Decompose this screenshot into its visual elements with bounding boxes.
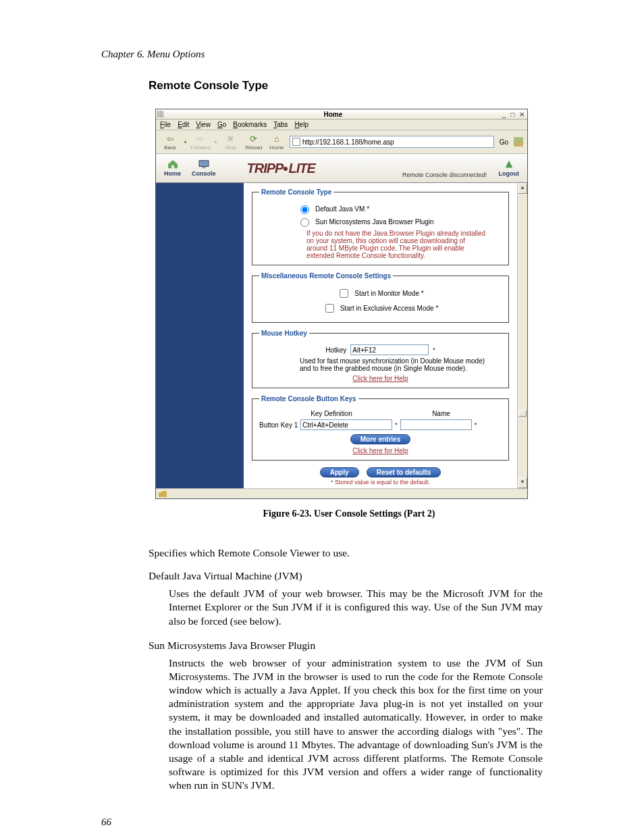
header-console[interactable]: Console [192, 159, 216, 177]
hotkey-desc: Used for fast mouse synchronization (in … [300, 357, 488, 372]
check-monitor-mode-label: Start in Monitor Mode * [354, 290, 423, 297]
plugin-warning: If you do not have the Java Browser Plug… [306, 230, 488, 259]
forward-button: ⇨ Forward [190, 133, 211, 151]
header-logout[interactable]: Logout [499, 159, 520, 177]
monitor-icon [198, 159, 210, 169]
browser-window: Home _ □ ✕ File Edit View Go Bookmarks T… [155, 109, 528, 499]
btnkey1-name-asterisk: * [475, 421, 477, 428]
section-title: Remote Console Type [149, 79, 543, 93]
reload-button[interactable]: ⟳ Reload [244, 133, 264, 151]
folder-icon [159, 490, 167, 497]
radio-default-jvm-label: Default Java VM * [315, 205, 369, 213]
term-default-jvm: Default Java Virtual Machine (JVM) [149, 569, 543, 583]
buttonkeys-help-link[interactable]: Click here for Help [352, 447, 408, 454]
go-button[interactable]: Go [497, 138, 511, 146]
disconnect-status: Remote Console disconnected! [402, 172, 487, 178]
btnkey1-def-input[interactable] [300, 419, 392, 430]
hotkey-help-link[interactable]: Click here for Help [352, 375, 408, 382]
stop-button: ✖ Stop [221, 133, 241, 151]
radio-sun-plugin-label: Sun Microsystems Java Browser Plugin [315, 218, 434, 226]
menu-go[interactable]: Go [217, 121, 226, 128]
scroll-down-icon[interactable]: ▼ [518, 477, 527, 488]
page-number: 66 [101, 816, 543, 828]
svg-rect-1 [202, 167, 205, 168]
btnkey1-asterisk: * [395, 421, 398, 428]
menu-tabs[interactable]: Tabs [273, 121, 288, 128]
content-area: Remote Console Type Default Java VM * Su… [156, 183, 527, 488]
fs-hotkey-legend: Mouse Hotkey [259, 330, 309, 337]
radio-default-jvm[interactable] [300, 205, 309, 214]
btnkey1-name-input[interactable] [400, 419, 472, 430]
header-home[interactable]: Home [164, 159, 181, 177]
throbber-icon [514, 137, 523, 147]
menubar: File Edit View Go Bookmarks Tabs Help [156, 120, 527, 130]
col-name: Name [432, 410, 450, 417]
reload-icon: ⟳ [248, 133, 259, 144]
vertical-scrollbar[interactable]: ▲ ▼ [517, 183, 527, 488]
grip-icon [157, 111, 164, 118]
fwd-dropdown-icon: ▼ [213, 140, 218, 145]
col-keydef: Key Definition [311, 410, 352, 417]
menu-edit[interactable]: Edit [178, 121, 189, 128]
home-icon: ⌂ [271, 133, 282, 144]
hotkey-asterisk: * [433, 346, 435, 353]
url-text: http://192.168.1.188/home.asp [302, 138, 394, 146]
more-entries-button[interactable]: More entries [350, 434, 410, 444]
body-text: Specifies which Remote Console Viewer to… [149, 546, 543, 792]
check-exclusive-mode[interactable] [325, 304, 334, 313]
side-panel [156, 183, 244, 488]
apply-button[interactable]: Apply [320, 467, 359, 477]
tripplite-logo: TRIPPLITE [247, 161, 315, 176]
back-button[interactable]: ⇦ Back [160, 133, 180, 151]
statusbar [156, 488, 527, 498]
footer-note: * Stored value is equal to the default. [252, 479, 509, 486]
figure: Home _ □ ✕ File Edit View Go Bookmarks T… [155, 109, 543, 519]
check-monitor-mode[interactable] [340, 289, 348, 298]
fs-hotkey: Mouse Hotkey Hotkey * Used for fast mous… [252, 330, 509, 388]
scroll-track[interactable] [518, 194, 527, 477]
check-exclusive-mode-label: Start in Exclusive Access Mode * [340, 305, 439, 312]
hotkey-input[interactable] [350, 344, 429, 355]
fs-misc: Miscellaneous Remote Console Settings St… [252, 272, 509, 323]
home-button[interactable]: ⌂ Home [267, 133, 287, 151]
back-dropdown-icon[interactable]: ▼ [183, 140, 188, 145]
app-header: Home Console TRIPPLITE Remote Console di… [156, 154, 527, 183]
intro-paragraph: Specifies which Remote Console Viewer to… [149, 546, 543, 560]
btnkey1-label: Button Key 1 [259, 421, 298, 429]
toolbar: ⇦ Back ▼ ⇨ Forward ▼ ✖ Stop ⟳ Reload [156, 130, 527, 154]
page-icon [292, 138, 300, 146]
def-sun-plugin: Instructs the web browser of your admini… [169, 656, 543, 792]
scroll-thumb[interactable] [518, 410, 527, 417]
main-panel: Remote Console Type Default Java VM * Su… [244, 183, 517, 488]
menu-bookmarks[interactable]: Bookmarks [233, 121, 267, 128]
figure-caption: Figure 6-23. User Console Settings (Part… [155, 509, 543, 519]
radio-sun-plugin[interactable] [300, 218, 309, 227]
running-head: Chapter 6. Menu Options [101, 49, 543, 60]
fs-console-type: Remote Console Type Default Java VM * Su… [252, 188, 509, 265]
def-default-jvm: Uses the default JVM of your web browser… [169, 587, 543, 627]
term-sun-plugin: Sun Microsystems Java Browser Plugin [149, 639, 543, 652]
menu-file[interactable]: File [160, 121, 171, 128]
hotkey-label: Hotkey [325, 346, 346, 354]
back-icon: ⇦ [165, 133, 176, 144]
menu-view[interactable]: View [196, 121, 211, 128]
reset-button[interactable]: Reset to defaults [367, 467, 441, 477]
stop-icon: ✖ [225, 133, 236, 144]
forward-icon: ⇨ [195, 133, 206, 144]
titlebar: Home _ □ ✕ [156, 109, 527, 120]
fs-button-keys: Remote Console Button Keys Key Definitio… [252, 395, 509, 461]
scroll-up-icon[interactable]: ▲ [518, 183, 527, 194]
house-icon [167, 159, 179, 169]
menu-help[interactable]: Help [294, 121, 308, 128]
logout-icon [503, 159, 515, 169]
fs-button-keys-legend: Remote Console Button Keys [259, 395, 358, 402]
window-controls[interactable]: _ □ ✕ [502, 111, 526, 118]
fs-misc-legend: Miscellaneous Remote Console Settings [259, 272, 393, 280]
fs-console-type-legend: Remote Console Type [259, 188, 333, 196]
address-bar[interactable]: http://192.168.1.188/home.asp [290, 136, 494, 148]
svg-rect-0 [199, 161, 209, 167]
window-title: Home [164, 111, 502, 118]
action-row: Apply Reset to defaults [252, 467, 509, 477]
